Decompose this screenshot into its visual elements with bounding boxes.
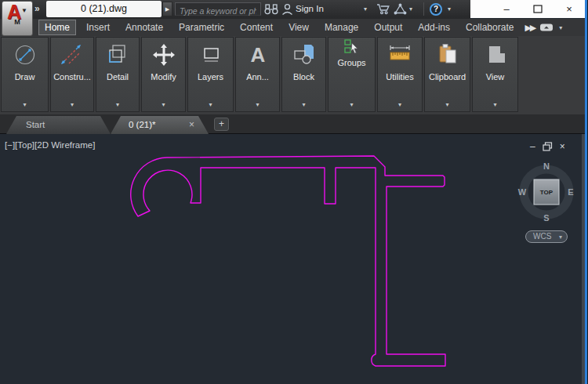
panel-utilities: Utilities ▾ — [377, 37, 423, 112]
ribbon-tab-insert[interactable]: Insert — [81, 20, 115, 35]
panel-flyout-caret-icon[interactable]: ▾ — [328, 100, 375, 111]
panel-annotation: A Ann... ▾ — [235, 37, 280, 112]
ribbon-tab-view[interactable]: View — [283, 20, 314, 35]
ribbon-tab-manage[interactable]: Manage — [319, 20, 364, 35]
current-filename-box[interactable]: 0 (21).dwg — [46, 1, 162, 17]
layers-icon[interactable] — [188, 38, 233, 72]
ribbon-tab-annotate[interactable]: Annotate — [120, 20, 169, 35]
panel-flyout-caret-icon[interactable]: ▾ — [51, 100, 93, 111]
file-tab-start[interactable]: Start — [6, 116, 111, 134]
maximize-icon — [533, 5, 543, 13]
help-caret-icon[interactable]: ▾ — [448, 5, 451, 13]
panel-label: Utilities — [378, 72, 422, 84]
ribbon-minimize-caret-icon[interactable]: ▾ — [559, 24, 562, 31]
ribbon-tab-output[interactable]: Output — [368, 20, 408, 35]
groups-icon[interactable] — [328, 38, 375, 58]
viewcube-top-label: TOP — [540, 189, 554, 196]
a360-icon[interactable] — [394, 3, 407, 15]
ribbon-tab-content[interactable]: Content — [234, 20, 278, 35]
window-maximize-button[interactable] — [522, 0, 554, 18]
construction-icon[interactable] — [51, 38, 93, 72]
panel-label: Modify — [142, 72, 185, 84]
ribbon-tab-home[interactable]: Home — [38, 20, 76, 35]
view-icon[interactable] — [473, 38, 517, 72]
viewport-controls: [−][Top][2D Wireframe] — [5, 140, 95, 150]
ribbon-tabs-overflow-icon[interactable]: ▶▶ — [524, 23, 535, 33]
modify-move-icon[interactable] — [142, 38, 185, 72]
file-tab-document-label: 0 (21)* — [129, 120, 156, 129]
window-minimize-button[interactable]: – — [491, 0, 522, 18]
ribbon: Draw ▾ Constru... ▾ — [0, 36, 588, 114]
viewport-style-control[interactable]: [2D Wireframe] — [34, 140, 95, 150]
app-menu-caret-icon: ▼ — [21, 7, 27, 14]
panel-detail: Detail ▾ — [96, 37, 140, 112]
panel-label: Layers — [188, 72, 233, 84]
file-tab-bar: Start 0 (21)* × + — [0, 114, 588, 134]
file-tab-document[interactable]: 0 (21)* × — [111, 116, 209, 134]
titlebar-separator — [423, 2, 424, 16]
annotation-icon[interactable]: A — [236, 38, 279, 72]
panel-flyout-caret-icon[interactable]: ▾ — [96, 100, 139, 111]
new-tab-button[interactable]: + — [214, 118, 229, 131]
panel-flyout-caret-icon[interactable]: ▾ — [188, 100, 233, 111]
ribbon-tab-collaborate[interactable]: Collaborate — [460, 20, 519, 35]
viewcube-south[interactable]: S — [543, 213, 549, 223]
panel-label: Draw — [2, 72, 48, 84]
ucs-selector[interactable]: WCS ▾ — [525, 230, 568, 243]
ucs-caret-icon: ▾ — [559, 232, 562, 243]
window-close-button[interactable]: × — [554, 0, 585, 18]
file-tab-close-icon[interactable]: × — [189, 116, 194, 134]
ribbon-minimize-toggle[interactable] — [539, 23, 554, 32]
application-menu-button[interactable]: A▼ M — [2, 1, 33, 36]
panel-label: View — [473, 72, 517, 84]
sign-in-button[interactable]: Sign In — [296, 4, 324, 13]
panel-label: Ann... — [236, 72, 279, 84]
panel-flyout-caret-icon[interactable]: ▾ — [236, 100, 279, 111]
drawing-minimize-button[interactable]: – — [530, 141, 535, 152]
viewcube-east[interactable]: E — [568, 187, 573, 197]
viewport-view-control[interactable]: [Top] — [15, 140, 34, 150]
clipboard-icon[interactable] — [425, 38, 470, 72]
help-button[interactable]: ? — [430, 3, 442, 16]
a360-caret-icon[interactable]: ▾ — [409, 5, 412, 13]
panel-flyout-caret-icon[interactable]: ▾ — [2, 100, 48, 111]
viewcube-north[interactable]: N — [543, 161, 550, 171]
panel-block: Block ▾ — [281, 37, 326, 112]
ribbon-tab-parametric[interactable]: Parametric — [173, 20, 230, 35]
help-search-box — [175, 2, 261, 16]
detail-icon[interactable] — [96, 38, 139, 72]
panel-flyout-caret-icon[interactable]: ▾ — [473, 100, 517, 111]
user-icon[interactable] — [281, 3, 293, 16]
viewport-menu-control[interactable]: [−] — [5, 140, 15, 150]
panel-label: Groups — [328, 58, 375, 70]
utilities-measure-icon[interactable] — [378, 38, 422, 72]
panel-flyout-caret-icon[interactable]: ▾ — [142, 100, 185, 111]
panel-flyout-caret-icon[interactable]: ▾ — [425, 100, 470, 111]
window-controls: – × — [470, 0, 585, 18]
panel-flyout-caret-icon[interactable]: ▾ — [378, 100, 422, 111]
search-input[interactable] — [176, 5, 260, 17]
panel-label: Constru... — [51, 72, 93, 84]
panel-flyout-caret-icon[interactable]: ▾ — [282, 100, 325, 111]
search-binoculars-icon[interactable] — [264, 3, 278, 15]
ribbon-tab-addins[interactable]: Add-ins — [412, 20, 456, 35]
drawing-close-button[interactable]: × — [560, 141, 565, 152]
block-icon[interactable] — [282, 38, 325, 72]
drawing-restore-button[interactable] — [543, 142, 553, 151]
panel-construction: Constru... ▾ — [50, 37, 94, 112]
panel-layers: Layers ▾ — [187, 37, 234, 112]
ucs-label: WCS — [533, 232, 551, 241]
viewcube: N W E S TOP — [517, 159, 578, 223]
draw-icon[interactable] — [2, 38, 48, 72]
panel-label: Clipboard — [425, 72, 470, 84]
store-cart-icon[interactable] — [376, 3, 390, 15]
qat-overflow-chevron-icon[interactable]: » — [34, 3, 40, 14]
panel-clipboard: Clipboard ▾ — [424, 37, 470, 112]
sign-in-caret-icon[interactable]: ▾ — [364, 5, 367, 13]
model-space-canvas[interactable] — [0, 134, 582, 384]
filename-expand-button[interactable]: ▶ — [162, 2, 172, 16]
viewcube-west[interactable]: W — [518, 187, 527, 197]
panel-draw: Draw ▾ — [1, 37, 49, 112]
panel-view: View ▾ — [472, 37, 518, 112]
panel-modify: Modify ▾ — [141, 37, 186, 112]
